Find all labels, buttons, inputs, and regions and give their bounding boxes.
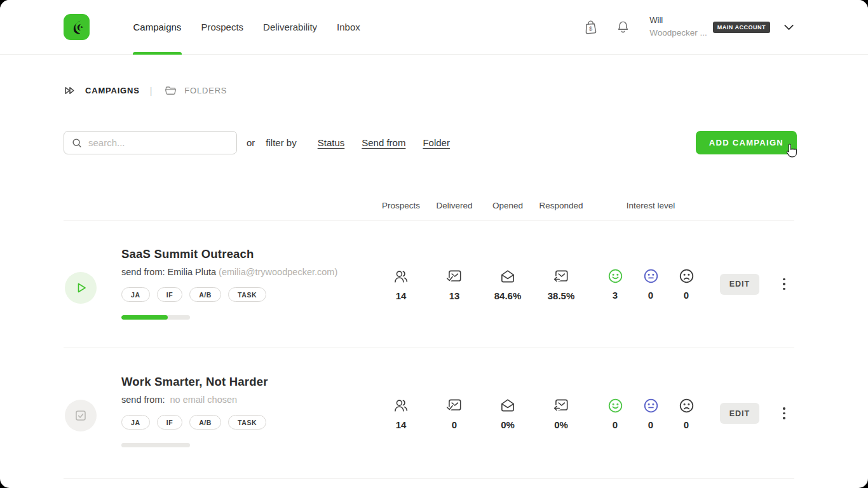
smiley-sad-icon [678,397,695,414]
campaign-send-from: send from:Emilia Pluta(emilia@trywoodpec… [121,267,374,277]
stat-delivered: 13 [428,220,481,348]
campaign-send-from: send from:no email chosen [121,395,374,405]
campaign-actions-cell: EDIT [704,220,794,348]
campaign-title[interactable]: SaaS Summit Outreach [121,247,374,261]
filter-by-label: filter by [266,137,296,148]
campaign-info-cell: Work Smarter, Not Harder send from:no em… [64,348,374,478]
filter-folder-link[interactable]: Folder [423,137,450,148]
campaign-draft-status[interactable] [65,400,97,431]
send-from-email: no email chosen [170,395,238,405]
campaign-tags: JA IF A/B TASK [121,287,374,302]
top-navigation-bar: Campaigns Prospects Deliverability Inbox… [0,0,868,55]
tag-task: TASK [228,287,266,302]
campaign-row-saas-summit: SaaS Summit Outreach send from:Emilia Pl… [64,220,794,348]
campaign-actions-cell: EDIT [704,348,794,478]
not-interested-value: 0 [684,419,689,430]
draft-checkbox-icon [73,408,88,423]
responded-envelope-reply-icon [552,268,570,285]
responded-value: 0% [554,419,568,430]
more-options-kebab-icon[interactable] [780,276,788,293]
app-window: Campaigns Prospects Deliverability Inbox… [0,0,868,488]
notifications-bell-icon[interactable] [615,19,631,35]
stat-responded: 38.5% [534,220,588,348]
delivered-envelope-check-icon [445,396,463,414]
stat-not-interested: 0 [668,220,704,348]
campaigns-fastforward-icon [64,84,77,97]
not-interested-value: 0 [684,290,689,301]
smiley-happy-icon [607,397,624,414]
campaign-info-cell: SaaS Summit Outreach send from:Emilia Pl… [64,220,374,348]
opened-envelope-icon [499,268,517,285]
campaign-progress-bar [121,443,190,447]
breadcrumb-separator: | [150,86,153,96]
stat-interested: 3 [597,220,633,348]
nav-deliverability[interactable]: Deliverability [254,0,327,55]
add-campaign-button[interactable]: ADD CAMPAIGN [696,131,797,154]
header-responded: Responded [534,201,588,210]
campaign-run-button[interactable] [65,272,97,304]
prospects-people-icon [392,268,410,285]
billing-bag-icon[interactable]: $ [582,18,599,36]
header-opened: Opened [481,201,534,210]
nav-campaigns[interactable]: Campaigns [123,0,191,55]
stat-opened: 84.6% [481,220,534,348]
edit-button[interactable]: EDIT [720,274,759,295]
account-chevron-down-icon[interactable] [781,19,797,35]
nav-prospects[interactable]: Prospects [191,0,254,55]
stat-responded: 0% [534,348,588,478]
tag-ab: A/B [189,287,221,302]
responded-envelope-reply-icon [552,396,570,414]
search-icon [71,137,83,149]
smiley-neutral-icon [642,268,660,285]
folder-icon [164,84,177,97]
smiley-happy-icon [607,268,624,285]
campaign-row-work-smarter: Work Smarter, Not Harder send from:no em… [64,348,794,479]
campaign-title[interactable]: Work Smarter, Not Harder [121,375,374,389]
stat-opened: 0% [481,348,534,478]
campaign-progress-bar [121,315,190,320]
toolbar: or filter by Status Send from Folder ADD… [64,131,797,154]
delivered-value: 0 [452,419,457,430]
filter-status-link[interactable]: Status [318,137,345,148]
more-options-kebab-icon[interactable] [780,405,788,422]
smiley-neutral-icon [642,397,660,414]
nav-inbox[interactable]: Inbox [327,0,370,55]
delivered-value: 13 [449,290,460,301]
prospects-value: 14 [396,419,407,430]
nav-inbox-label: Inbox [337,22,360,32]
search-input[interactable] [88,137,229,148]
filter-send-from-link[interactable]: Send from [362,137,405,148]
tag-if: IF [157,287,183,302]
interested-value: 3 [613,290,618,301]
main-nav: Campaigns Prospects Deliverability Inbox [123,0,370,55]
search-box[interactable] [64,131,237,154]
stat-interested: 0 [597,348,633,478]
interested-value: 0 [613,419,618,430]
smiley-sad-icon [678,268,695,285]
stat-maybe-later: 0 [633,220,668,348]
breadcrumb: CAMPAIGNS | FOLDERS [64,84,227,97]
tag-ab: A/B [189,415,221,430]
table-header-row: Prospects Delivered Opened Responded Int… [64,201,794,220]
stat-prospects: 14 [374,348,428,478]
woodpecker-logo[interactable] [64,14,90,40]
nav-campaigns-label: Campaigns [133,22,182,32]
svg-text:$: $ [589,25,593,32]
campaign-tags: JA IF A/B TASK [121,415,374,430]
breadcrumb-campaigns[interactable]: CAMPAIGNS [85,86,140,95]
tag-if: IF [157,415,183,430]
tag-task: TASK [228,415,266,430]
send-from-label: send from: [121,395,165,405]
play-icon [73,280,88,295]
account-name[interactable]: Will Woodpecker ... [649,15,707,39]
account-name-line1: Will [649,15,707,27]
tag-ja: JA [121,287,150,302]
progress-fill [121,315,168,320]
campaign-list: SaaS Summit Outreach send from:Emilia Pl… [64,220,794,479]
header-right-group: $ Will Woodpecker ... MAIN ACCOUNT [582,15,797,39]
breadcrumb-folders[interactable]: FOLDERS [184,86,227,95]
stat-delivered: 0 [428,348,481,478]
header-delivered: Delivered [428,201,481,210]
edit-button[interactable]: EDIT [720,403,759,424]
account-name-line2: Woodpecker ... [649,27,707,39]
